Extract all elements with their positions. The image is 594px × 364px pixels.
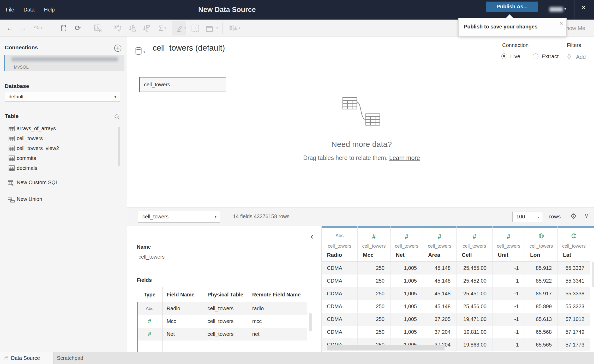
redo-icon[interactable]: → — [18, 20, 28, 37]
add-connection-icon[interactable] — [114, 44, 122, 52]
grid-column-header-radio[interactable]: Abccell_towersRadio — [322, 226, 358, 261]
apply-row-limit-icon[interactable]: → — [535, 213, 540, 219]
grid-data-row[interactable]: CDMA2501,00545,14825,456.00-185.89955.33… — [322, 300, 590, 313]
grid-column-header-lon[interactable]: cell_towersLon — [525, 226, 558, 261]
new-custom-sql-button[interactable]: New Custom SQL — [0, 178, 127, 188]
table-list-item[interactable]: cell_towers_view2 — [0, 143, 127, 153]
tooltip-close-icon[interactable]: × — [560, 20, 563, 27]
fields-table-cell: Net — [163, 328, 203, 341]
table-list-item[interactable]: commits — [0, 153, 127, 163]
datasource-tab-icon — [4, 356, 8, 361]
datasource-icon[interactable] — [59, 20, 68, 37]
fields-rows-summary: 14 fields 43276158 rows — [233, 213, 290, 219]
row-limit-value: 100 — [516, 214, 525, 220]
string-type-icon: Abc — [146, 306, 153, 311]
grid-vertical-scrollbar[interactable] — [592, 262, 594, 287]
column-table-subtitle: cell_towers — [558, 243, 590, 249]
table-search-icon[interactable] — [114, 114, 120, 120]
refresh-icon[interactable]: ⟳ — [73, 20, 82, 37]
grid-cell: 55.3341 — [558, 275, 590, 287]
reset-icon[interactable]: ↷▾ — [30, 20, 46, 37]
grid-cell: 85.899 — [525, 300, 558, 313]
fields-table-row[interactable] — [137, 341, 307, 352]
toolbar-divider — [53, 22, 53, 34]
live-radio-group[interactable]: Live — [501, 53, 520, 59]
preview-table-select-value: cell_towers — [142, 214, 169, 220]
grid-cell: 45,148 — [423, 300, 457, 313]
grid-column-header-lat[interactable]: cell_towersLat — [558, 226, 590, 261]
grid-data-row[interactable]: CDMA2501,00545,14825,452.00-185.92255.33… — [322, 275, 590, 287]
grid-data-row[interactable]: CDMA2501,00537,20519,471.00-165.61357.10… — [322, 313, 590, 326]
grid-horizontal-scrollbar[interactable] — [327, 345, 445, 350]
clear-sheet-icon[interactable] — [92, 20, 104, 37]
datasource-title: cell_towers (default) — [153, 43, 225, 53]
extract-radio-group[interactable]: Extract — [533, 53, 559, 59]
column-header-strip — [457, 226, 492, 228]
publish-as-button[interactable]: Publish As... — [486, 2, 538, 12]
database-label: Database — [5, 83, 29, 89]
highlight-icon[interactable]: ▾ — [173, 20, 189, 37]
grid-column-header-mcc[interactable]: #cell_towersMcc — [358, 226, 391, 261]
database-select[interactable]: default ▾ — [5, 92, 120, 102]
fields-table-scrollbar[interactable] — [309, 313, 312, 331]
collapse-panel-chevron-icon[interactable]: ∨ — [584, 212, 589, 219]
table-icon — [9, 146, 15, 151]
collapse-metadata-icon[interactable]: ‹ — [310, 232, 313, 240]
table-node-cell-towers[interactable]: cell_towers — [139, 77, 226, 92]
row-limit-input[interactable]: 100 → — [512, 212, 543, 222]
grid-column-header-unit[interactable]: #cell_towersUnit — [493, 226, 525, 261]
gear-icon[interactable]: ⚙ — [570, 212, 577, 220]
number-type-icon: # — [148, 331, 151, 338]
grid-cell: CDMA — [322, 262, 358, 275]
sort-descending-icon[interactable] — [141, 20, 152, 37]
column-header-strip — [391, 226, 423, 228]
live-radio[interactable] — [501, 53, 507, 59]
table-list-item[interactable]: arrays_of_arrays — [0, 123, 127, 133]
window-close-button[interactable]: × — [581, 3, 586, 11]
fields-table-row[interactable]: #Netcell_towersnet — [137, 328, 307, 341]
filters-add-link[interactable]: Add — [576, 54, 586, 60]
preview-table-select[interactable]: cell_towers ▾ — [138, 211, 220, 223]
swap-axes-icon[interactable] — [113, 20, 124, 37]
grid-data-row[interactable]: CDMA2501,00545,14825,451.00-185.91755.33… — [322, 287, 590, 300]
totals-icon[interactable]: Σ▾ — [154, 20, 170, 37]
menu-data[interactable]: Data — [23, 7, 34, 13]
menu-help[interactable]: Help — [44, 7, 55, 13]
new-union-button[interactable]: New Union — [0, 195, 127, 205]
fields-table-row[interactable]: #Mcccell_towersmcc — [137, 315, 307, 328]
grid-column-header-cell[interactable]: #cell_towersCell — [457, 226, 493, 261]
table-list-item[interactable]: cell_towers — [0, 133, 127, 143]
menu-file[interactable]: File — [6, 7, 14, 13]
grid-data-row[interactable]: CDMA2501,00545,14825,455.00-185.91255.33… — [322, 262, 590, 275]
tab-data-source[interactable]: Data Source — [0, 352, 53, 364]
grid-column-header-partial — [590, 226, 594, 261]
text-label-icon[interactable] — [190, 20, 200, 37]
extract-radio[interactable] — [533, 53, 538, 59]
sort-ascending-icon[interactable] — [127, 20, 138, 37]
empty-state-subtitle: Drag tables here to relate them. Learn m… — [283, 154, 440, 162]
tab-scratchpad[interactable]: Scratchpad — [53, 352, 127, 364]
account-name-blurred[interactable] — [549, 7, 563, 12]
sidebar-scrollbar[interactable] — [118, 127, 120, 166]
account-caret-icon[interactable]: ▾ — [564, 6, 566, 11]
learn-more-link[interactable]: Learn more — [389, 154, 420, 161]
column-table-subtitle: cell_towers — [391, 243, 423, 249]
show-cards-icon[interactable]: ▾ — [226, 20, 243, 37]
fit-view-icon[interactable]: ▾ — [203, 20, 220, 37]
table-list-item-label: cell_towers — [17, 135, 43, 141]
number-type-icon: # — [473, 233, 476, 240]
grid-cell: -1 — [493, 313, 525, 326]
fields-table-row[interactable]: AbcRadiocell_towersradio — [137, 302, 307, 315]
grid-column-header-net[interactable]: #cell_towersNet — [391, 226, 423, 261]
number-type-icon: # — [405, 233, 408, 240]
fields-table-cell: radio — [248, 302, 307, 315]
datasource-caret-icon[interactable]: ▾ — [143, 50, 145, 54]
grid-data-row[interactable]: CDMA2501,00537,20419,811.00-165.56857.17… — [322, 326, 590, 338]
table-list-item[interactable]: decimals — [0, 163, 127, 173]
connection-item[interactable]: MySQL — [4, 55, 124, 71]
name-value-input[interactable]: cell_towers — [139, 254, 165, 260]
grid-column-header-area[interactable]: #cell_towersArea — [423, 226, 457, 261]
fields-table-cell: Abc — [137, 302, 163, 315]
undo-icon[interactable]: ← — [5, 20, 15, 37]
datasource-cylinder-icon[interactable] — [135, 47, 142, 55]
